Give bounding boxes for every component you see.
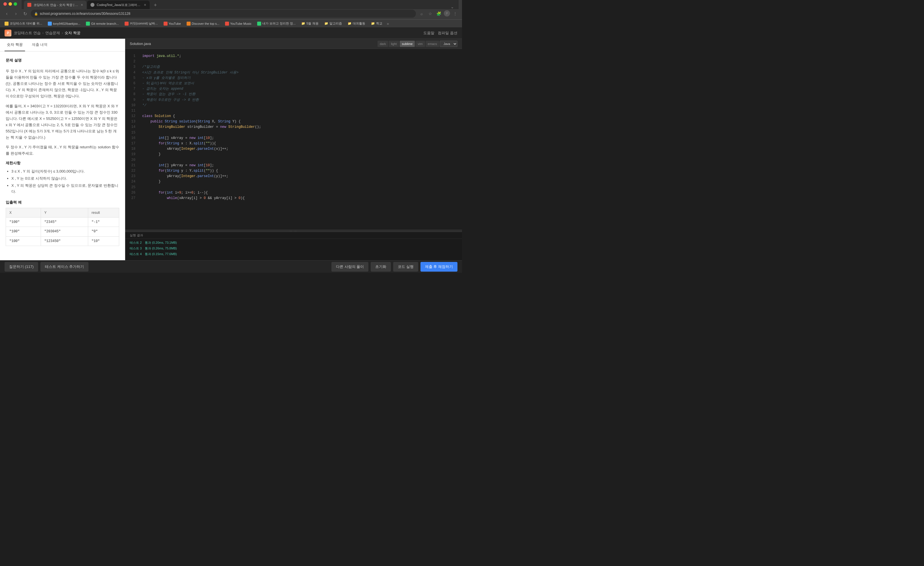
bookmark-label-youtube: YouTube (169, 22, 181, 26)
bookmark-favicon-youtube (164, 22, 168, 26)
bookmark-label-9: 5월 채용 (306, 21, 318, 26)
browser-chrome: 코딩테스트 연습 - 숫자 짝꿍 | 프... × CodingTest_Jav… (0, 0, 462, 27)
io-cell-2-2: "203045" (40, 227, 88, 236)
address-bar[interactable]: 🔒 school.programmers.co.kr/learn/courses… (31, 10, 416, 18)
breadcrumb-part-2[interactable]: 연습문제 (45, 30, 60, 36)
extensions-icon[interactable]: 🧩 (435, 10, 442, 17)
resize-handle[interactable]: — — (125, 229, 462, 232)
bookmarks-more-icon[interactable]: » (386, 21, 390, 26)
tab-label-1: 코딩테스트 연습 - 숫자 짝꿍 | 프... (34, 3, 78, 7)
tab-2[interactable]: CodingTest_Java/프로그래머스/... × (87, 1, 150, 9)
bookmark-youtube[interactable]: YouTube (161, 21, 183, 26)
editor-toolbar: Solution.java dark light sublime vim ema… (125, 39, 462, 49)
maximize-button[interactable] (14, 2, 17, 6)
testcase-button[interactable]: 테스트 케이스 추가하기 (40, 262, 88, 272)
theme-sublime[interactable]: sublime (400, 41, 415, 47)
io-header-result: result (88, 208, 119, 217)
left-panel: 숫자 짝꿍 제출 내역 문제 설명 두 정수 X , Y 의 임의의 자리에서 … (0, 39, 125, 260)
io-section: 입출력 예 X Y result "100" "2 (6, 199, 119, 246)
file-name: Solution.java (130, 42, 151, 46)
problem-title-section: 문제 설명 (6, 57, 119, 63)
bookmark-label-4: 커밋(commit) 날짜... (130, 21, 158, 26)
forward-button[interactable]: › (12, 10, 20, 17)
tab-submission[interactable]: 제출 내역 (30, 39, 50, 51)
bookmark-label-12: 학교 (376, 21, 382, 26)
problem-description-3: 두 정수 X , Y 가 주어졌을 때, X , Y 의 짝꿍을 return하… (6, 144, 119, 157)
io-table: X Y result "100" "2345" "-1" (6, 208, 119, 246)
bookmark-label-1: 코딩테스트 대비를 위... (10, 21, 42, 26)
traffic-lights (3, 2, 17, 6)
bookmark-label-3: Git remote branch... (91, 22, 118, 26)
question-button[interactable]: 질문하기 (117) (4, 262, 38, 272)
bookmark-ytmusic[interactable]: YouTube Music (223, 21, 254, 26)
tab-1[interactable]: 코딩테스트 연습 - 숫자 짝꿍 | 프... × (24, 1, 87, 9)
bookmark-6[interactable]: Discover the top s... (184, 21, 222, 26)
bookmark-8[interactable]: 내가 보려고 정리한 정... (255, 21, 298, 26)
bookmark-4[interactable]: 커밋(commit) 날짜... (122, 21, 160, 26)
tab-dropdown[interactable]: ⌄ (448, 5, 456, 9)
title-bar: 코딩테스트 연습 - 숫자 짝꿍 | 프... × CodingTest_Jav… (0, 0, 462, 8)
bookmark-folder-12[interactable]: 📁 학교 (369, 21, 385, 26)
problem-description-2: 예를 들어, X = 3403이고 Y = 132203이라면, X 와 Y 의… (6, 103, 119, 141)
tab-problem[interactable]: 숫자 짝꿍 (4, 39, 25, 51)
output-panel: 실행 결과 테스트 2 통과 (0.20ms, 73.1MB) 테스트 3 통과… (125, 232, 462, 260)
app-logo: P (4, 30, 11, 36)
back-button[interactable]: ‹ (3, 10, 10, 17)
refresh-button[interactable]: ↻ (22, 10, 28, 17)
constraint-2: X , Y 는 0으로 시작하지 않습니다. (11, 176, 119, 182)
app-container: P 코딩테스트 연습 › 연습문제 › 숫자 짝꿍 도움말 컴파일 옵션 숫자 … (0, 27, 462, 273)
bookmark-folder-11[interactable]: 📁 대외활동 (345, 21, 368, 26)
reset-button[interactable]: 초기화 (370, 262, 391, 272)
nav-actions: ⌕ ☆ 🧩 P ⋮ (418, 10, 459, 17)
code-content[interactable]: import java.util.*; /*알고리즘 <시간 초과로 인해 St… (138, 49, 462, 229)
folder-icon-12: 📁 (371, 22, 375, 26)
nav-bar: ‹ › ↻ 🔒 school.programmers.co.kr/learn/c… (0, 8, 462, 20)
bookmark-label-ytmusic: YouTube Music (230, 22, 252, 26)
bookmark-favicon-ytmusic (225, 22, 229, 26)
minimize-button[interactable] (9, 2, 12, 6)
tab-favicon-2 (90, 3, 94, 7)
theme-vim[interactable]: vim (416, 41, 425, 47)
compile-options-link[interactable]: 컴파일 옵션 (438, 30, 458, 36)
bookmark-1[interactable]: 코딩테스트 대비를 위... (2, 21, 44, 26)
run-button[interactable]: 코드 실행 (393, 262, 418, 272)
tab-close-1[interactable]: × (81, 3, 83, 7)
bookmark-favicon-1 (4, 22, 9, 26)
test-result-4-text: 테스트 4 통과 (0.15ms, 77.6MB) (130, 252, 177, 256)
breadcrumb-current: 숫자 짝꿍 (64, 30, 81, 36)
profile-icon[interactable]: P (444, 10, 450, 17)
io-cell-2-1: "100" (6, 227, 41, 236)
test-result-3: 테스트 3 통과 (0.26ms, 75.8MB) (130, 246, 458, 251)
bookmark-folder-9[interactable]: 📁 5월 채용 (299, 21, 321, 26)
bottom-right-actions: 다른 사람의 풀이 초기화 코드 실행 제출 후 채점하기 (332, 262, 458, 272)
constraint-3: X , Y 의 짝꿍은 상당히 큰 정수일 수 있으므로, 문자열로 반환합니다… (11, 183, 119, 195)
theme-dark[interactable]: dark (378, 41, 388, 47)
test-result-4: 테스트 4 통과 (0.15ms, 77.6MB) (130, 251, 458, 257)
help-link[interactable]: 도움말 (423, 30, 434, 36)
bookmark-favicon-2 (48, 22, 52, 26)
tab-close-2[interactable]: × (144, 3, 146, 7)
breadcrumb: 코딩테스트 연습 › 연습문제 › 숫자 짝꿍 (14, 30, 81, 36)
panel-tabs: 숫자 짝꿍 제출 내역 (0, 39, 125, 51)
breadcrumb-part-1[interactable]: 코딩테스트 연습 (14, 30, 40, 36)
problem-description-1: 두 정수 X , Y 의 임의의 자리에서 공통으로 나타나는 정수 k(0 ≤… (6, 68, 119, 99)
theme-light[interactable]: light (388, 41, 399, 47)
bookmark-3[interactable]: Git remote branch... (84, 21, 121, 26)
close-button[interactable] (3, 2, 7, 6)
search-icon[interactable]: ⌕ (418, 10, 425, 17)
other-solutions-button[interactable]: 다른 사람의 풀이 (332, 262, 368, 272)
bookmark-2[interactable]: tony9402/baekjoo... (45, 21, 82, 26)
menu-icon[interactable]: ⋮ (452, 10, 459, 17)
language-select[interactable]: Java (440, 41, 458, 47)
bookmark-folder-10[interactable]: 📁 알고리즘 (322, 21, 344, 26)
new-tab-button[interactable]: + (152, 1, 159, 9)
breadcrumb-sep-2: › (62, 31, 63, 35)
folder-icon-10: 📁 (324, 22, 328, 26)
bookmark-favicon-8 (257, 22, 261, 26)
bookmark-label-2: tony9402/baekjoo... (53, 22, 80, 26)
bookmark-icon[interactable]: ☆ (427, 10, 434, 17)
theme-emacs[interactable]: emacs (426, 41, 439, 47)
tab-label-2: CodingTest_Java/프로그래머스/... (97, 3, 142, 7)
submit-button[interactable]: 제출 후 채점하기 (420, 262, 458, 272)
bookmark-label-11: 대외활동 (353, 21, 365, 26)
